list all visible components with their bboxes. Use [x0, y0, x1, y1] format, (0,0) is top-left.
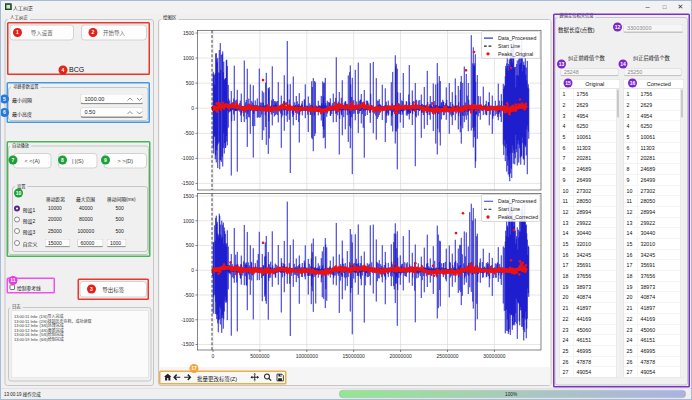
svg-text:1000: 1000: [183, 55, 194, 61]
svg-text:Data_Processed: Data_Processed: [498, 35, 536, 41]
svg-text:Start Line: Start Line: [498, 206, 520, 212]
svg-text:0: 0: [191, 267, 194, 273]
svg-text:-1500: -1500: [181, 341, 194, 347]
svg-text:30000000: 30000000: [483, 353, 505, 359]
svg-text:Data_Processed: Data_Processed: [498, 198, 536, 204]
svg-text:Start Line: Start Line: [498, 43, 520, 49]
svg-text:Peaks_Original: Peaks_Original: [498, 51, 533, 57]
svg-text:1500: 1500: [183, 30, 194, 36]
svg-text:1000: 1000: [183, 218, 194, 224]
svg-text:-1000: -1000: [181, 155, 194, 161]
svg-text:1500: 1500: [183, 193, 194, 199]
svg-text:10000000: 10000000: [296, 353, 318, 359]
svg-text:0: 0: [212, 353, 215, 359]
svg-text:-500: -500: [184, 292, 194, 298]
svg-text:15000000: 15000000: [343, 353, 365, 359]
svg-text:20000000: 20000000: [389, 353, 411, 359]
svg-text:-500: -500: [184, 130, 194, 136]
svg-text:Peaks_Corrected: Peaks_Corrected: [498, 214, 538, 220]
svg-text:0: 0: [191, 105, 194, 111]
svg-text:-1500: -1500: [181, 180, 194, 186]
svg-text:5000000: 5000000: [250, 353, 270, 359]
svg-text:25000000: 25000000: [436, 353, 458, 359]
svg-text:500: 500: [186, 80, 195, 86]
svg-text:-1000: -1000: [181, 317, 194, 323]
svg-text:500: 500: [186, 242, 195, 248]
